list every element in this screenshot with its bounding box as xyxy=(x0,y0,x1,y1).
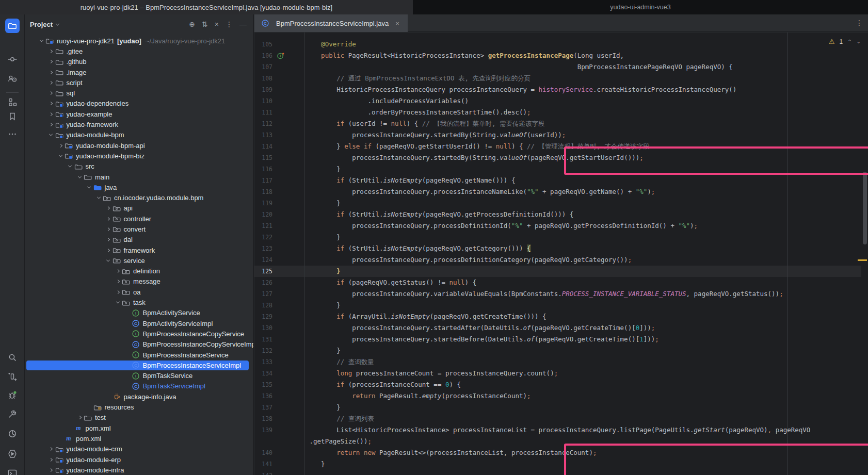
line-number[interactable]: 126 xyxy=(254,279,272,286)
line-number[interactable]: 108 xyxy=(254,75,272,82)
search-icon[interactable] xyxy=(7,352,18,363)
close-icon[interactable]: × xyxy=(395,20,399,27)
tree-row[interactable]: .image xyxy=(25,67,254,77)
line-number[interactable]: 134 xyxy=(254,370,272,377)
profiler-icon[interactable] xyxy=(7,429,18,439)
locate-icon[interactable]: ⊕ xyxy=(189,20,195,28)
pull-requests-icon[interactable]: ? xyxy=(7,74,18,84)
chevron-right-icon[interactable] xyxy=(104,246,112,254)
chevron-right-icon[interactable] xyxy=(47,58,55,66)
code-line[interactable]: 140 return new PageResult<>(processInsta… xyxy=(254,447,868,458)
line-number[interactable]: 125 xyxy=(254,268,272,275)
tree-row[interactable]: yudao-example xyxy=(25,109,254,119)
line-number[interactable]: 140 xyxy=(254,449,272,456)
code-line[interactable]: 128 } xyxy=(254,300,868,311)
tree-row[interactable]: resources xyxy=(25,402,254,412)
tree-row[interactable]: message xyxy=(25,276,254,287)
tree-row[interactable]: IBpmProcessInstanceCopyService xyxy=(25,329,254,339)
chevron-down-icon[interactable] xyxy=(47,131,55,139)
terminal-icon[interactable] xyxy=(7,468,18,475)
line-number[interactable]: 139 xyxy=(254,427,272,434)
chevron-right-icon[interactable] xyxy=(47,110,55,118)
tree-row[interactable]: package-info.java xyxy=(25,391,254,402)
chevron-right-icon[interactable] xyxy=(47,455,55,464)
line-number[interactable]: 132 xyxy=(254,347,272,354)
bookmarks-icon[interactable] xyxy=(7,111,18,122)
tree-row[interactable]: yudao-module-crm xyxy=(25,444,254,454)
code-line[interactable]: 132 } xyxy=(254,345,868,356)
chevron-right-icon[interactable] xyxy=(114,267,122,275)
tree-row[interactable]: CBpmProcessInstanceServiceImpl xyxy=(25,360,254,370)
chevron-down-icon[interactable] xyxy=(94,194,103,202)
chevron-down-icon[interactable] xyxy=(85,183,93,191)
line-number[interactable]: 130 xyxy=(254,324,272,332)
chevron-down-icon[interactable] xyxy=(75,173,84,181)
code-line[interactable]: 141 } xyxy=(254,458,868,470)
services-icon[interactable] xyxy=(7,449,18,459)
code-line[interactable]: 117 if (StrUtil.isNotEmpty(pageReqVO.get… xyxy=(254,175,868,186)
code-line[interactable]: 114 } else if (pageReqVO.getStartUserId(… xyxy=(254,141,868,152)
chevron-right-icon[interactable] xyxy=(47,68,55,76)
line-number[interactable]: 138 xyxy=(254,415,272,422)
project-view-selector[interactable]: Project xyxy=(30,21,59,28)
tree-row[interactable]: IBpmProcessInstanceService xyxy=(25,350,254,360)
more-tools-icon[interactable] xyxy=(7,129,18,139)
tree-row[interactable]: test xyxy=(25,413,254,423)
collapse-all-icon[interactable]: × xyxy=(215,20,219,28)
tree-row[interactable]: script xyxy=(25,77,254,88)
line-number[interactable]: 118 xyxy=(254,188,272,195)
code-line[interactable]: 136 return PageResult.empty(processInsta… xyxy=(254,390,868,402)
chevron-down-icon[interactable] xyxy=(37,37,45,45)
chevron-right-icon[interactable] xyxy=(114,288,122,296)
line-number[interactable]: 129 xyxy=(254,313,272,320)
chevron-down-icon[interactable] xyxy=(56,152,65,160)
chevron-right-icon[interactable] xyxy=(104,225,112,233)
code-line[interactable]: 133 // 查询数量 xyxy=(254,356,868,368)
tree-row[interactable]: oa xyxy=(25,287,254,297)
line-number[interactable]: 105 xyxy=(254,41,272,48)
line-number[interactable]: 120 xyxy=(254,211,272,218)
build-icon[interactable] xyxy=(7,409,18,419)
line-number[interactable]: 123 xyxy=(254,245,272,252)
line-number[interactable]: 114 xyxy=(254,143,272,150)
code-line[interactable]: 129 if (ArrayUtil.isNotEmpty(pageReqVO.g… xyxy=(254,311,868,322)
chevron-right-icon[interactable] xyxy=(47,121,55,129)
tree-row[interactable]: service xyxy=(25,255,254,266)
line-number[interactable]: 112 xyxy=(254,120,272,127)
tree-row[interactable]: yudao-framework xyxy=(25,119,254,129)
code-line[interactable]: 111 .orderByProcessInstanceStartTime().d… xyxy=(254,107,868,118)
code-line[interactable]: 119 } xyxy=(254,198,868,209)
tree-row[interactable]: yudao-dependencies xyxy=(25,99,254,109)
tree-row[interactable]: .gitee xyxy=(25,46,254,56)
code-line[interactable]: 109 HistoricProcessInstanceQuery process… xyxy=(254,84,868,95)
chevron-down-icon[interactable] xyxy=(114,299,122,307)
code-line[interactable]: 142 xyxy=(254,470,868,475)
code-editor[interactable]: 105 @Override106I public PageResult<Hist… xyxy=(254,32,868,475)
line-number[interactable]: 121 xyxy=(254,222,272,230)
code-line[interactable]: 106I public PageResult<HistoricProcessIn… xyxy=(254,50,868,61)
tree-row[interactable]: task xyxy=(25,297,254,307)
line-number[interactable]: 119 xyxy=(254,200,272,207)
chevron-right-icon[interactable] xyxy=(104,236,112,244)
run-icon[interactable] xyxy=(7,371,18,382)
hide-panel-icon[interactable]: — xyxy=(239,20,247,28)
tree-row[interactable]: ruoyi-vue-pro-jdk21[yudao]~/Java/ruoyi-v… xyxy=(25,36,254,46)
tree-row[interactable]: yudao-module-erp xyxy=(25,454,254,465)
line-number[interactable]: 113 xyxy=(254,132,272,139)
tree-row[interactable]: main xyxy=(25,172,254,182)
line-number[interactable]: 111 xyxy=(254,109,272,116)
chevron-right-icon[interactable] xyxy=(114,277,122,286)
tree-row[interactable]: controller xyxy=(25,214,254,224)
code-line[interactable]: 107 BpmProcessInstancePageReqVO pageReqV… xyxy=(254,61,868,73)
code-line[interactable]: 110 .includeProcessVariables() xyxy=(254,95,868,107)
commit-icon[interactable] xyxy=(7,54,18,64)
code-line[interactable]: 118 processInstanceQuery.processInstance… xyxy=(254,186,868,198)
chevron-right-icon[interactable] xyxy=(47,47,55,55)
tree-row[interactable]: IBpmTaskService xyxy=(25,371,254,381)
tree-row[interactable]: api xyxy=(25,203,254,214)
more-icon[interactable]: ⋮ xyxy=(226,20,233,28)
next-problem-icon[interactable]: ⌄ xyxy=(857,39,861,44)
tree-row[interactable]: definition xyxy=(25,266,254,276)
tab-active-file[interactable]: C BpmProcessInstanceServiceImpl.java × xyxy=(254,14,408,32)
code-line[interactable]: .getPageSize()); xyxy=(254,436,868,447)
